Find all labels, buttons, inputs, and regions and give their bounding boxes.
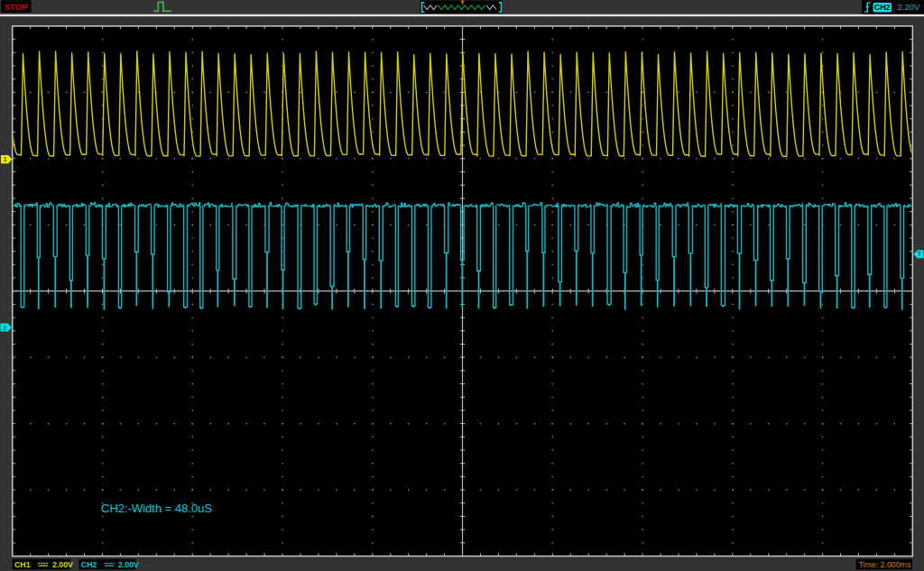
svg-text:T: T — [918, 250, 922, 258]
svg-text:CH2:-Width = 48.0uS: CH2:-Width = 48.0uS — [101, 502, 212, 515]
svg-text:2: 2 — [3, 324, 6, 332]
svg-text:STOP: STOP — [5, 3, 28, 12]
svg-text:2.00V: 2.00V — [52, 560, 73, 569]
svg-text:CH2: CH2 — [81, 560, 97, 569]
svg-text:2.20V: 2.20V — [898, 2, 920, 12]
svg-text:CH1: CH1 — [14, 560, 31, 569]
svg-text:2.00V: 2.00V — [118, 560, 139, 569]
svg-text:Time: 2.000ms: Time: 2.000ms — [859, 560, 911, 569]
svg-text:CH2: CH2 — [874, 3, 891, 12]
